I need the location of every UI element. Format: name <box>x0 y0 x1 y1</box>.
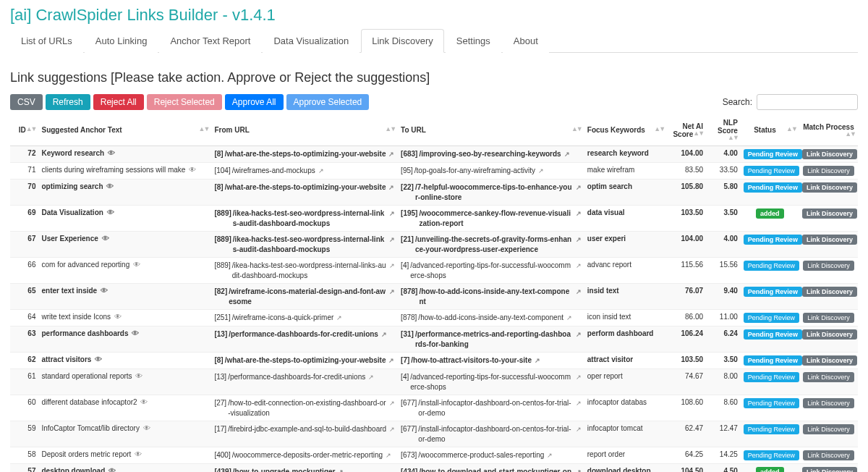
reject-selected-button[interactable]: Reject Selected <box>147 94 222 110</box>
match-badge[interactable]: Link Discovery <box>803 398 854 408</box>
match-badge[interactable]: Link Discovery <box>803 166 854 176</box>
preview-icon[interactable]: 👁 <box>114 313 122 321</box>
status-badge[interactable]: Pending Review <box>744 149 802 159</box>
status-badge[interactable]: Pending Review <box>744 372 799 382</box>
open-link-icon[interactable]: ↗ <box>535 357 540 364</box>
preview-icon[interactable]: 👁 <box>101 287 108 295</box>
preview-icon[interactable]: 👁 <box>143 424 150 432</box>
tab-link-discovery[interactable]: Link Discovery <box>361 29 444 53</box>
tab-about[interactable]: About <box>503 29 549 53</box>
match-badge[interactable]: Link Discovery <box>803 372 854 382</box>
csv-button[interactable]: CSV <box>10 94 43 110</box>
tab-list-of-urls[interactable]: List of URLs <box>10 29 83 53</box>
preview-icon[interactable]: 👁 <box>95 355 102 363</box>
open-link-icon[interactable]: ↗ <box>576 288 582 295</box>
open-link-icon[interactable]: ↗ <box>389 288 395 295</box>
match-badge[interactable]: Link Discovery <box>803 450 854 460</box>
status-badge[interactable]: Pending Review <box>744 287 802 297</box>
table-row[interactable]: 60different database infocaptor2 👁[27] /… <box>10 395 858 421</box>
col-id[interactable]: ID▲▼ <box>10 114 38 146</box>
open-link-icon[interactable]: ↗ <box>538 167 544 174</box>
tab-auto-linking[interactable]: Auto Linking <box>85 29 158 53</box>
match-badge[interactable]: Link Discovery <box>803 424 854 434</box>
preview-icon[interactable]: 👁 <box>102 235 109 243</box>
status-badge[interactable]: Pending Review <box>744 235 802 245</box>
open-link-icon[interactable]: ↗ <box>389 426 395 433</box>
status-badge[interactable]: Pending Review <box>744 398 799 408</box>
match-badge[interactable]: Link Discovery <box>803 261 854 271</box>
col-from[interactable]: From URL▲▼ <box>211 114 398 146</box>
table-row[interactable]: 70optimizing search 👁[8] /what-are-the-s… <box>10 180 858 206</box>
match-badge[interactable]: Link Discovery <box>802 149 857 159</box>
status-badge[interactable]: added <box>756 208 784 219</box>
status-badge[interactable]: Pending Review <box>744 424 799 434</box>
open-link-icon[interactable]: ↗ <box>318 167 324 174</box>
status-badge[interactable]: Pending Review <box>744 182 802 193</box>
preview-icon[interactable]: 👁 <box>132 329 139 337</box>
table-row[interactable]: 72Keyword research 👁[8] /what-are-the-st… <box>10 146 858 163</box>
open-link-icon[interactable]: ↗ <box>386 452 391 459</box>
approve-selected-button[interactable]: Approve Selected <box>286 94 370 110</box>
open-link-icon[interactable]: ↗ <box>389 400 395 407</box>
open-link-icon[interactable]: ↗ <box>576 426 582 433</box>
match-badge[interactable]: Link Discovery <box>802 287 857 297</box>
table-row[interactable]: 66com for advanced reporting 👁[889] /ike… <box>10 258 858 284</box>
table-row[interactable]: 62attract visitors 👁[8] /what-are-the-st… <box>10 353 858 369</box>
status-badge[interactable]: Pending Review <box>744 329 802 340</box>
preview-icon[interactable]: 👁 <box>189 166 196 174</box>
preview-icon[interactable]: 👁 <box>109 467 116 472</box>
preview-icon[interactable]: 👁 <box>107 208 114 216</box>
status-badge[interactable]: Pending Review <box>744 313 799 323</box>
preview-icon[interactable]: 👁 <box>133 261 140 269</box>
table-row[interactable]: 65enter text inside 👁[82] /wireframe-ico… <box>10 284 858 310</box>
table-row[interactable]: 67User Experience 👁[889] /ikea-hacks-tes… <box>10 232 858 258</box>
table-row[interactable]: 71clients during wireframing sessions wi… <box>10 163 858 180</box>
status-badge[interactable]: added <box>756 467 784 472</box>
open-link-icon[interactable]: ↗ <box>338 468 344 472</box>
open-link-icon[interactable]: ↗ <box>564 151 570 158</box>
open-link-icon[interactable]: ↗ <box>336 314 342 321</box>
col-match[interactable]: Match Process▲▼ <box>799 114 858 146</box>
preview-icon[interactable]: 👁 <box>135 372 142 380</box>
preview-icon[interactable]: 👁 <box>140 398 148 406</box>
col-net[interactable]: Net AI Score▲▼ <box>667 114 706 146</box>
open-link-icon[interactable]: ↗ <box>576 331 582 338</box>
status-badge[interactable]: Pending Review <box>744 450 799 460</box>
preview-icon[interactable]: 👁 <box>106 182 114 190</box>
table-row[interactable]: 63performance dashboards 👁[13] /performa… <box>10 326 858 353</box>
open-link-icon[interactable]: ↗ <box>576 400 582 407</box>
status-badge[interactable]: Pending Review <box>744 355 802 366</box>
match-badge[interactable]: Link Discovery <box>803 313 854 323</box>
match-badge[interactable]: Link Discovery <box>802 355 857 366</box>
open-link-icon[interactable]: ↗ <box>388 151 394 158</box>
match-badge[interactable]: Link Discovery <box>802 208 857 219</box>
open-link-icon[interactable]: ↗ <box>576 374 582 381</box>
preview-icon[interactable]: 👁 <box>135 450 142 458</box>
match-badge[interactable]: Link Discovery <box>802 467 857 472</box>
col-anchor[interactable]: Suggested Anchor Text▲▼ <box>38 114 211 146</box>
open-link-icon[interactable]: ↗ <box>389 236 395 243</box>
open-link-icon[interactable]: ↗ <box>368 374 374 381</box>
col-nlp[interactable]: NLP Score▲▼ <box>706 114 741 146</box>
table-row[interactable]: 58Deposit orders metric report 👁[400] /w… <box>10 447 858 464</box>
match-badge[interactable]: Link Discovery <box>802 329 857 340</box>
table-row[interactable]: 69Data Visualization 👁[889] /ikea-hacks-… <box>10 206 858 232</box>
open-link-icon[interactable]: ↗ <box>576 468 582 472</box>
status-badge[interactable]: Pending Review <box>744 166 799 176</box>
tab-anchor-text-report[interactable]: Anchor Text Report <box>159 29 261 53</box>
open-link-icon[interactable]: ↗ <box>381 331 387 338</box>
open-link-icon[interactable]: ↗ <box>566 314 572 321</box>
reject-all-button[interactable]: Reject All <box>93 94 144 110</box>
col-status[interactable]: Status▲▼ <box>741 114 799 146</box>
open-link-icon[interactable]: ↗ <box>576 184 582 191</box>
table-row[interactable]: 57desktop download 👁[439] /how-to-upgrad… <box>10 464 858 473</box>
status-badge[interactable]: Pending Review <box>744 261 799 271</box>
table-row[interactable]: 61standard operational reports 👁[13] /pe… <box>10 369 858 395</box>
match-badge[interactable]: Link Discovery <box>802 235 857 245</box>
approve-all-button[interactable]: Approve All <box>225 94 284 110</box>
open-link-icon[interactable]: ↗ <box>389 210 395 217</box>
tab-data-visualization[interactable]: Data Visualization <box>263 29 359 53</box>
open-link-icon[interactable]: ↗ <box>389 262 395 269</box>
open-link-icon[interactable]: ↗ <box>576 210 582 217</box>
table-row[interactable]: 64write text inside Icons 👁[251] /wirefr… <box>10 310 858 326</box>
